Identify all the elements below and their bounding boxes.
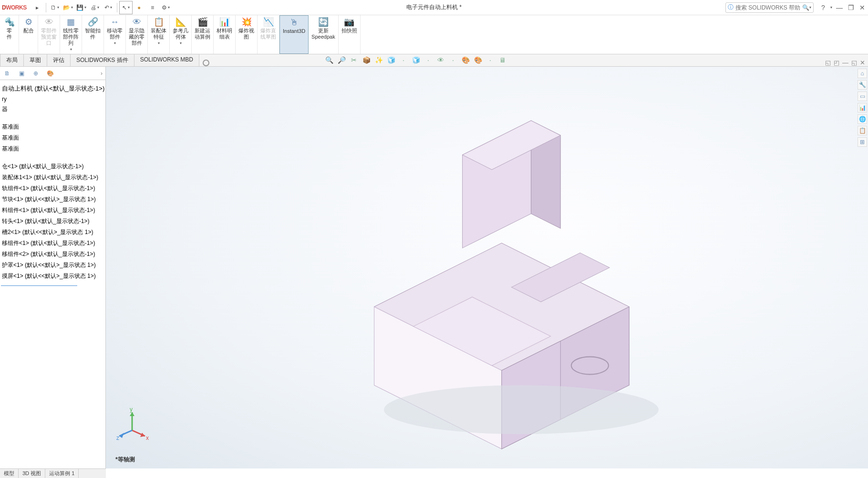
doc-window-button[interactable]: ✕ — [860, 59, 865, 66]
close-button[interactable]: ✕ — [857, 4, 868, 11]
restore-button[interactable]: ❐ — [845, 4, 857, 11]
model-tab[interactable]: 运动算例 1 — [45, 469, 79, 478]
new-button[interactable]: 🗋▾ — [48, 1, 62, 14]
view-tool-button[interactable]: 🧊 — [411, 55, 421, 65]
search-icon[interactable]: 🔍 — [802, 4, 809, 11]
tree-item[interactable]: 移组件<2> (默认<默认_显示状态-1>) — [1, 249, 104, 260]
tree-item[interactable]: 基准面 — [1, 132, 104, 143]
settings-button[interactable]: ⚙▾ — [159, 1, 173, 14]
ribbon-mate-button[interactable]: ⚙配合 — [19, 15, 38, 54]
doc-window-button[interactable]: ◱ — [851, 59, 857, 66]
save-button[interactable]: 💾▾ — [75, 1, 88, 14]
orientation-triad[interactable]: x y z — [115, 407, 149, 440]
ribbon-bom-button[interactable]: 📊材料明 细表 — [214, 15, 236, 54]
view-tool-button[interactable]: 🧊 — [386, 55, 396, 65]
ribbon-showhide-button[interactable]: 👁显示隐 藏的零 部件 — [126, 15, 148, 54]
view-tool-button[interactable]: · — [448, 55, 458, 65]
task-pane-button[interactable]: ▭ — [858, 92, 867, 101]
view-tool-button[interactable]: 🔎 — [337, 55, 346, 65]
ribbon-move-button[interactable]: ↔移动零 部件▾ — [104, 15, 126, 54]
task-pane-button[interactable]: 🔧 — [858, 80, 867, 90]
manager-tab-3[interactable]: 🎨 — [45, 68, 55, 79]
command-tab[interactable]: SOLIDWORKS 插件 — [70, 54, 134, 66]
doc-window-button[interactable]: ◰ — [834, 59, 839, 66]
help-search[interactable]: ⓘ 🔍▾ — [725, 2, 814, 13]
ribbon-i3d-button[interactable]: 🖱Instant3D — [279, 15, 309, 54]
view-tool-button[interactable]: · — [486, 55, 495, 65]
ribbon-speedpak-button[interactable]: 🔄更新 Speedpak — [309, 15, 339, 54]
command-tab[interactable]: 评估 — [47, 54, 71, 66]
view-tool-button[interactable]: · — [424, 55, 433, 65]
command-tab[interactable]: SOLIDWORKS MBD — [134, 54, 199, 66]
manager-tab-1[interactable]: ▣ — [16, 68, 27, 79]
tree-item[interactable]: 仓<1> (默认<默认_显示状态-1>) — [1, 161, 104, 172]
graphics-area[interactable]: x y z *等轴测 — [106, 67, 868, 468]
view-tool-button[interactable]: 📦 — [362, 55, 371, 65]
view-tool-button[interactable]: 🔍 — [324, 55, 334, 65]
doc-window-button[interactable]: — — [842, 59, 848, 66]
view-tool-button[interactable]: 🎨 — [461, 55, 470, 65]
feature-tree[interactable]: 自动上料机 (默认<默认_显示状态-1>)ry器基准面基准面基准面仓<1> (默… — [0, 80, 105, 468]
model-viewport[interactable] — [106, 67, 868, 468]
help-button[interactable]: ? — [817, 4, 829, 11]
view-tool-button[interactable]: 👁 — [436, 55, 445, 65]
tree-item[interactable]: 节块<1> (默认<<默认>_显示状态 1>) — [1, 194, 104, 205]
svg-text:y: y — [130, 407, 133, 413]
view-tool-button[interactable]: 🖥 — [498, 55, 507, 65]
tree-item[interactable]: 轨组件<1> (默认<默认_显示状态-1>) — [1, 183, 104, 194]
model-tab[interactable]: 模型 — [0, 469, 19, 478]
print-button[interactable]: 🖨▾ — [88, 1, 102, 14]
ribbon-smart-button[interactable]: 🔗智能扣 件 — [82, 15, 104, 54]
move-icon: ↔ — [111, 17, 119, 27]
task-pane-button[interactable]: 🌐 — [858, 114, 867, 124]
tree-item[interactable]: 移组件<1> (默认<默认_显示状态-1>) — [1, 238, 104, 249]
ribbon-label: 爆炸视 图 — [238, 28, 254, 40]
tree-item[interactable]: 摸屏<1> (默认<<默认>_显示状态 1>) — [1, 271, 104, 282]
ribbon-explode-button[interactable]: 💥爆炸视 图 — [236, 15, 258, 54]
doc-window-button[interactable]: ◱ — [825, 59, 831, 66]
ribbon-asmfeat-button[interactable]: 📋装配体 特征▾ — [148, 15, 170, 54]
view-tool-button[interactable]: ✂ — [349, 55, 359, 65]
ribbon-part-button[interactable]: 🔩零 件 — [0, 15, 19, 54]
undo-button[interactable]: ↶▾ — [102, 1, 115, 14]
manager-tab-2[interactable]: ⊕ — [31, 68, 41, 79]
view-tool-button[interactable]: 🎨 — [473, 55, 483, 65]
tree-item[interactable]: 装配体1<1> (默认<默认_显示状态-1>) — [1, 172, 104, 183]
model-tab[interactable]: 3D 视图 — [19, 469, 45, 478]
view-tool-button[interactable]: · — [399, 55, 408, 65]
command-tab[interactable]: 布局 — [0, 54, 24, 66]
minimize-button[interactable]: — — [834, 4, 845, 11]
rebuild-button[interactable]: ● — [133, 1, 146, 14]
tree-item[interactable]: 料组件<1> (默认<默认_显示状态-1>) — [1, 205, 104, 216]
tree-item[interactable]: 槽2<1> (默认<<默认>_显示状态 1>) — [1, 227, 104, 238]
tree-item[interactable]: 转头<1> (默认<默认_显示状态-1>) — [1, 216, 104, 227]
tree-item[interactable]: ry — [1, 94, 104, 104]
ribbon-motion-button[interactable]: 🎬新建运 动算例 — [192, 15, 214, 54]
tree-item[interactable]: 护罩<1> (默认<<默认>_显示状态 1>) — [1, 260, 104, 271]
ribbon-refgeo-button[interactable]: 📐参考几 何体▾ — [170, 15, 192, 54]
task-pane-button[interactable]: 📋 — [858, 126, 867, 135]
tab-overflow-indicator[interactable] — [203, 60, 209, 66]
task-pane-button[interactable]: ⌂ — [858, 69, 867, 78]
search-input[interactable] — [735, 4, 802, 11]
tree-end-line — [1, 285, 77, 286]
ribbon-pattern-button[interactable]: ▦线性零 部件阵 列▾ — [60, 15, 82, 54]
panel-collapse-button[interactable]: › — [101, 70, 103, 77]
task-pane-button[interactable]: 📊 — [858, 103, 867, 112]
select-button[interactable]: ↖▾ — [119, 1, 133, 14]
expand-menu-button[interactable]: ▸ — [31, 1, 44, 14]
task-pane-button[interactable]: ⊞ — [858, 137, 867, 147]
tree-item[interactable]: 器 — [1, 104, 104, 115]
ribbon-snap-button[interactable]: 📷拍快照 — [339, 15, 361, 54]
pattern-icon: ▦ — [67, 17, 75, 27]
tree-item[interactable]: 基准面 — [1, 122, 104, 132]
open-button[interactable]: 📂▾ — [62, 1, 75, 14]
command-tab[interactable]: 草图 — [23, 54, 47, 66]
tree-root[interactable]: 自动上料机 (默认<默认_显示状态-1>) — [1, 83, 104, 94]
feature-manager-panel: 🗎▣⊕🎨› 自动上料机 (默认<默认_显示状态-1>)ry器基准面基准面基准面仓… — [0, 67, 106, 468]
tree-item[interactable]: 基准面 — [1, 143, 104, 154]
options-button[interactable]: ≡ — [146, 1, 159, 14]
manager-tab-0[interactable]: 🗎 — [2, 68, 12, 79]
i3d-icon: 🖱 — [290, 18, 299, 27]
view-tool-button[interactable]: ✨ — [374, 55, 383, 65]
